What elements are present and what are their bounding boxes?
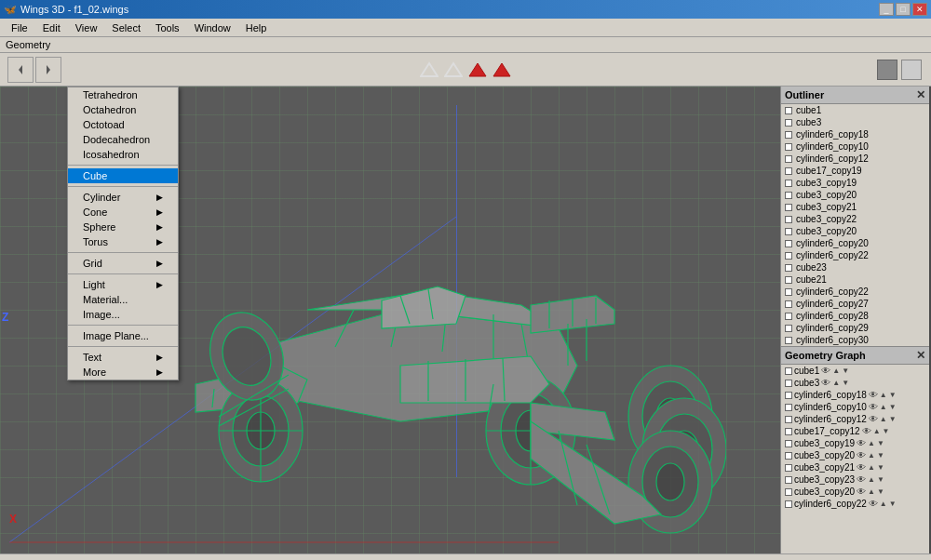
menu-octahedron[interactable]: Octahedron [68, 102, 178, 117]
visibility-icon[interactable]: 👁 [821, 378, 830, 388]
up-icon[interactable]: ▲ [880, 500, 887, 508]
menu-tetrahedron[interactable]: Tetrahedron [68, 87, 178, 102]
outliner-close-button[interactable]: ✕ [916, 88, 925, 101]
visibility-icon[interactable]: 👁 [857, 474, 866, 485]
outliner-checkbox[interactable] [785, 216, 792, 223]
up-icon[interactable]: ▲ [832, 379, 840, 387]
dropdown-menu[interactable]: Tetrahedron Octahedron Octotoad Dodecahe… [67, 87, 179, 380]
outliner-checkbox[interactable] [785, 204, 792, 211]
up-icon[interactable]: ▲ [868, 439, 875, 447]
menu-grid[interactable]: Grid ▶ [68, 256, 178, 271]
down-icon[interactable]: ▼ [883, 427, 890, 435]
geo-graph-checkbox[interactable] [785, 416, 792, 423]
outliner-item[interactable]: cylinder6_copy30 [781, 334, 929, 346]
geo-graph-item[interactable]: cylinder6_copy10 👁 ▲ ▼ [781, 401, 929, 413]
down-icon[interactable]: ▼ [877, 439, 884, 447]
geo-graph-item[interactable]: cube3_copy20 👁 ▲ ▼ [781, 486, 929, 498]
geo-graph-item[interactable]: cube3_copy23 👁 ▲ ▼ [781, 473, 929, 486]
outliner-item[interactable]: cylinder6_copy10 [781, 140, 929, 153]
menu-material[interactable]: Material... [68, 292, 178, 307]
visibility-icon[interactable]: 👁 [862, 426, 871, 436]
outliner-item[interactable]: cylinder6_copy18 [781, 128, 929, 140]
outliner-checkbox[interactable] [785, 119, 792, 127]
toolbar-view-btn2[interactable] [901, 60, 922, 80]
visibility-icon[interactable]: 👁 [869, 390, 878, 400]
menu-text[interactable]: Text ▶ [68, 350, 178, 365]
outliner-checkbox[interactable] [785, 155, 792, 163]
menu-icosahedron[interactable]: Icosahedron [68, 147, 178, 162]
visibility-icon[interactable]: 👁 [857, 462, 866, 473]
menu-torus[interactable]: Torus ▶ [68, 234, 178, 249]
down-icon[interactable]: ▼ [877, 463, 884, 472]
visibility-icon[interactable]: 👁 [821, 366, 830, 376]
menu-sphere[interactable]: Sphere ▶ [68, 220, 178, 234]
down-icon[interactable]: ▼ [842, 379, 849, 387]
menu-octotoad[interactable]: Octotoad [68, 117, 178, 132]
menu-cylinder[interactable]: Cylinder ▶ [68, 190, 178, 205]
menu-edit[interactable]: Edit [35, 20, 68, 35]
outliner-checkbox[interactable] [785, 167, 792, 175]
geo-graph-item[interactable]: cylinder6_copy12 👁 ▲ ▼ [781, 413, 929, 425]
outliner-checkbox[interactable] [785, 180, 792, 187]
menu-image-plane[interactable]: Image Plane... [68, 328, 178, 343]
geo-graph-item[interactable]: cube3_copy21 👁 ▲ ▼ [781, 461, 929, 473]
menu-view[interactable]: View [68, 20, 105, 35]
geo-graph-checkbox[interactable] [785, 440, 792, 447]
outliner-item[interactable]: cube3_copy20 [781, 189, 929, 201]
outliner-item[interactable]: cube3_copy19 [781, 177, 929, 189]
menu-select[interactable]: Select [104, 20, 148, 35]
geo-graph-checkbox[interactable] [785, 500, 792, 508]
outliner-content[interactable]: cube1 cube3 cylinder6_copy18 cylinder6_c… [781, 104, 929, 346]
outliner-checkbox[interactable] [785, 276, 792, 284]
geo-graph-checkbox[interactable] [785, 404, 792, 411]
view-arrow-2[interactable] [444, 61, 463, 78]
outliner-checkbox[interactable] [785, 240, 792, 247]
outliner-item[interactable]: cube3_copy22 [781, 213, 929, 225]
up-icon[interactable]: ▲ [868, 463, 875, 472]
geo-graph-item[interactable]: cube17_copy12 👁 ▲ ▼ [781, 425, 929, 437]
outliner-item[interactable]: cylinder6_copy22 [781, 286, 929, 298]
visibility-icon[interactable]: 👁 [857, 450, 866, 460]
outliner-item[interactable]: cube3_copy21 [781, 201, 929, 213]
up-icon[interactable]: ▲ [832, 367, 840, 375]
titlebar-controls[interactable]: _ □ ✕ [879, 3, 927, 16]
up-icon[interactable]: ▲ [873, 427, 881, 435]
outliner-item[interactable]: cube17_copy19 [781, 165, 929, 177]
down-icon[interactable]: ▼ [889, 415, 897, 423]
menu-cube[interactable]: Cube [68, 168, 178, 183]
up-icon[interactable]: ▲ [880, 403, 887, 411]
outliner-item[interactable]: cube21 [781, 273, 929, 286]
maximize-button[interactable]: □ [896, 3, 911, 16]
down-icon[interactable]: ▼ [889, 403, 897, 411]
outliner-item[interactable]: cylinder6_copy27 [781, 298, 929, 310]
geo-graph-close-button[interactable]: ✕ [916, 349, 925, 362]
geo-graph-checkbox[interactable] [785, 464, 792, 472]
menu-more[interactable]: More ▶ [68, 365, 178, 380]
view-arrow-4[interactable] [492, 61, 511, 78]
outliner-item[interactable]: cylinder6_copy12 [781, 153, 929, 165]
outliner-checkbox[interactable] [785, 107, 792, 114]
close-button[interactable]: ✕ [912, 3, 927, 16]
outliner-item[interactable]: cylinder6_copy20 [781, 237, 929, 249]
outliner-checkbox[interactable] [785, 228, 792, 235]
down-icon[interactable]: ▼ [889, 391, 897, 399]
menu-dodecahedron[interactable]: Dodecahedron [68, 132, 178, 147]
view-arrow-3[interactable] [468, 61, 487, 78]
geo-graph-checkbox[interactable] [785, 380, 792, 387]
up-icon[interactable]: ▲ [868, 475, 875, 484]
menu-file[interactable]: File [4, 20, 35, 35]
geo-graph-item[interactable]: cylinder6_copy22 👁 ▲ ▼ [781, 498, 929, 510]
outliner-item[interactable]: cube23 [781, 261, 929, 273]
up-icon[interactable]: ▲ [880, 415, 887, 423]
menu-tools[interactable]: Tools [148, 20, 187, 35]
outliner-checkbox[interactable] [785, 300, 792, 308]
outliner-item[interactable]: cube3 [781, 116, 929, 128]
toolbar-prev-button[interactable] [7, 57, 34, 83]
menu-image[interactable]: Image... [68, 307, 178, 322]
outliner-item[interactable]: cylinder6_copy29 [781, 322, 929, 334]
viewport-3d[interactable]: Z X [0, 87, 780, 553]
outliner-checkbox[interactable] [785, 325, 792, 332]
geo-graph-checkbox[interactable] [785, 367, 792, 375]
visibility-icon[interactable]: 👁 [857, 487, 866, 497]
visibility-icon[interactable]: 👁 [869, 499, 878, 509]
